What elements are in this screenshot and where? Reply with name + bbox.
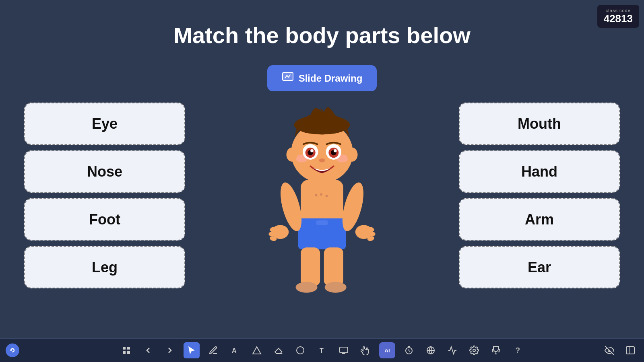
- left-word-column: Eye Nose Foot Leg: [24, 99, 185, 288]
- svg-marker-41: [253, 347, 261, 354]
- toolbar-center: A T AI: [118, 342, 526, 358]
- center-character: [237, 99, 407, 300]
- word-card-ear[interactable]: Ear: [459, 246, 620, 288]
- right-word-column: Mouth Hand Arm Ear: [459, 99, 620, 288]
- ai-icon[interactable]: AI: [379, 342, 395, 358]
- slide-drawing-label: Slide Drawing: [299, 73, 363, 84]
- back-arrow-icon[interactable]: [140, 342, 156, 358]
- svg-point-17: [296, 282, 318, 293]
- hand-pointer-icon[interactable]: [357, 342, 374, 358]
- text-icon[interactable]: T: [314, 342, 330, 358]
- svg-point-38: [8, 346, 17, 354]
- draw-pen-icon[interactable]: [205, 342, 221, 358]
- page-title: Match the body parts below: [0, 0, 644, 48]
- shape-triangle-icon[interactable]: [249, 342, 265, 358]
- svg-point-31: [334, 149, 337, 152]
- svg-point-18: [325, 282, 347, 293]
- word-card-nose[interactable]: Nose: [24, 150, 185, 193]
- main-content: Eye Nose Foot Leg: [0, 99, 644, 316]
- svg-point-34: [347, 148, 358, 162]
- trophy-icon[interactable]: [488, 342, 504, 358]
- svg-rect-53: [626, 347, 634, 354]
- svg-rect-4: [316, 220, 328, 225]
- word-card-foot[interactable]: Foot: [24, 198, 185, 241]
- svg-rect-16: [324, 247, 343, 286]
- svg-point-39: [10, 350, 12, 351]
- classpoint-logo[interactable]: [6, 343, 19, 357]
- svg-point-30: [310, 149, 314, 152]
- slide-drawing-icon: [282, 71, 294, 86]
- word-card-arm[interactable]: Arm: [459, 198, 620, 241]
- close-icon[interactable]: [622, 342, 638, 358]
- word-card-eye[interactable]: Eye: [24, 103, 185, 145]
- svg-text:T: T: [320, 347, 324, 354]
- settings-gear-icon[interactable]: [466, 342, 482, 358]
- grid-icon[interactable]: [118, 342, 134, 358]
- chart-icon[interactable]: [444, 342, 460, 358]
- timer-icon[interactable]: [401, 342, 417, 358]
- svg-point-36: [320, 193, 322, 196]
- svg-point-49: [473, 349, 475, 352]
- svg-point-32: [319, 158, 325, 162]
- toolbar: A T AI: [0, 338, 644, 362]
- text-shape-icon[interactable]: A: [227, 342, 243, 358]
- toolbar-left: [6, 343, 19, 357]
- help-icon[interactable]: ?: [510, 342, 526, 358]
- svg-rect-15: [301, 247, 320, 286]
- svg-point-35: [315, 194, 318, 197]
- class-code: 42813: [604, 13, 633, 25]
- toolbar-right: [601, 342, 638, 358]
- svg-text:A: A: [232, 347, 237, 354]
- word-card-leg[interactable]: Leg: [24, 246, 185, 288]
- circle-icon[interactable]: [292, 342, 308, 358]
- slide-drawing-button[interactable]: Slide Drawing: [267, 65, 377, 91]
- globe-icon[interactable]: [423, 342, 439, 358]
- class-code-badge: class code 42813: [597, 5, 639, 28]
- forward-arrow-icon[interactable]: [162, 342, 178, 358]
- svg-point-37: [326, 195, 328, 197]
- word-card-hand[interactable]: Hand: [459, 150, 620, 193]
- eraser-icon[interactable]: [270, 342, 287, 358]
- svg-point-42: [297, 347, 304, 354]
- cursor-icon[interactable]: [184, 342, 200, 358]
- present-icon[interactable]: [336, 342, 352, 358]
- svg-point-33: [287, 148, 297, 162]
- svg-rect-44: [340, 347, 348, 353]
- word-card-mouth[interactable]: Mouth: [459, 103, 620, 145]
- svg-point-1: [286, 75, 287, 76]
- svg-point-21: [294, 115, 350, 134]
- hide-icon[interactable]: [601, 342, 617, 358]
